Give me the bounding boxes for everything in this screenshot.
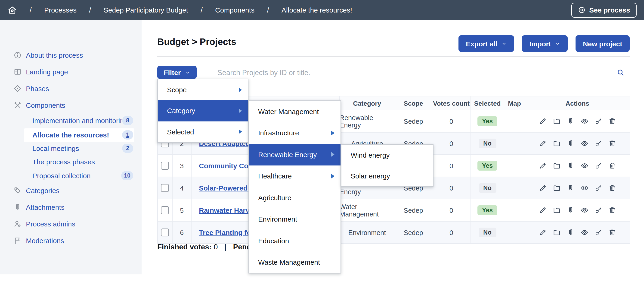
attachment-icon[interactable] [566, 206, 574, 214]
sidebar-item-label[interactable]: Categories [26, 187, 60, 194]
delete-icon[interactable] [608, 117, 616, 125]
row-checkbox[interactable] [161, 162, 169, 170]
header-divider [157, 57, 630, 57]
project-title-link[interactable]: Tree Planting fo [199, 228, 251, 236]
category-menu-item-healthcare[interactable]: Healthcare [249, 165, 340, 187]
sidebar-item-components[interactable]: Components [0, 99, 142, 112]
category-menu-item-agriculture[interactable]: Agriculture [249, 187, 340, 208]
folder-icon[interactable] [553, 117, 560, 125]
delete-icon[interactable] [608, 228, 616, 236]
search-icon[interactable] [617, 69, 624, 76]
filter-menu-item-scope[interactable]: Scope [158, 79, 248, 100]
sidebar-item-label[interactable]: Local meetings [32, 145, 79, 152]
breadcrumb-components[interactable]: Components [215, 6, 254, 14]
sidebar-item-process-admins[interactable]: Process admins [0, 217, 142, 230]
attachment-icon[interactable] [566, 184, 574, 192]
preview-eye-icon[interactable] [580, 184, 588, 192]
sidebar-item-label[interactable]: The process phases [32, 158, 95, 166]
sidebar-item-process-phases[interactable]: The process phases [0, 155, 142, 168]
header-selected: Selected [471, 96, 504, 110]
category-menu-item-environment[interactable]: Environment [249, 208, 340, 230]
attachment-icon[interactable] [566, 228, 574, 236]
permissions-key-icon[interactable] [594, 139, 602, 148]
breadcrumb-process-name[interactable]: Sedep Participatory Budget [104, 6, 188, 14]
category-menu-item-water-management[interactable]: Water Management [249, 101, 340, 122]
project-title-link[interactable]: Solar-Powered S [199, 184, 254, 192]
sidebar-item-attachments[interactable]: Attachments [0, 201, 142, 214]
sidebar-item-label[interactable]: Allocate the resources! [32, 131, 109, 139]
menu-item-label: Wind energy [351, 151, 390, 159]
folder-icon[interactable] [553, 228, 560, 236]
sidebar-item-proposal-collection[interactable]: Proposal collection 10 [0, 169, 142, 182]
project-title-link[interactable]: Rainwater Harve [199, 206, 253, 214]
permissions-key-icon[interactable] [594, 228, 602, 236]
sidebar-item-label[interactable]: Implementation and monitoring [32, 116, 128, 124]
permissions-key-icon[interactable] [594, 117, 602, 125]
delete-icon[interactable] [608, 206, 616, 214]
filter-button[interactable]: Filter [157, 66, 196, 79]
sidebar-item-label[interactable]: Proposal collection [32, 172, 91, 180]
delete-icon[interactable] [608, 184, 616, 192]
sidebar-item-label[interactable]: Phases [26, 85, 49, 92]
sidebar-item-landing-page[interactable]: Landing page [0, 65, 142, 78]
preview-eye-icon[interactable] [580, 206, 588, 214]
new-project-button[interactable]: New project [576, 35, 630, 52]
preview-eye-icon[interactable] [580, 162, 588, 170]
category-menu-item-renewable-energy[interactable]: Renewable Energy [249, 144, 340, 165]
sidebar-item-moderations[interactable]: Moderations [0, 234, 142, 247]
sidebar-item-label[interactable]: Landing page [26, 68, 68, 76]
edit-icon[interactable] [539, 184, 546, 192]
search-input[interactable] [216, 66, 607, 80]
filter-menu-item-category[interactable]: Category [158, 100, 248, 121]
home-icon[interactable] [8, 5, 17, 15]
category-menu-item-infrastructure[interactable]: Infrastructure [249, 122, 340, 144]
row-checkbox[interactable] [161, 228, 169, 236]
preview-eye-icon[interactable] [580, 139, 588, 148]
folder-icon[interactable] [553, 162, 560, 170]
breadcrumb-processes[interactable]: Processes [44, 6, 76, 14]
category-menu-item-waste-management[interactable]: Waste Management [249, 251, 340, 273]
delete-icon[interactable] [608, 139, 616, 148]
sidebar-item-label[interactable]: Moderations [26, 237, 64, 244]
permissions-key-icon[interactable] [594, 184, 602, 192]
edit-icon[interactable] [539, 228, 546, 236]
sidebar-item-label[interactable]: Components [26, 101, 65, 109]
row-checkbox[interactable] [161, 184, 169, 192]
sidebar-item-allocate-resources[interactable]: Allocate the resources! 1 [0, 128, 142, 141]
folder-icon[interactable] [553, 206, 560, 214]
subcategory-menu-item-wind-energy[interactable]: Wind energy [342, 145, 433, 166]
subcategory-menu-item-solar-energy[interactable]: Solar energy [342, 166, 433, 186]
edit-icon[interactable] [539, 139, 546, 148]
sidebar-item-implementation-monitoring[interactable]: Implementation and monitoring 8 [0, 114, 142, 127]
project-title-link[interactable]: Community Con [199, 162, 252, 170]
attachment-icon[interactable] [566, 162, 574, 170]
import-button[interactable]: Import [522, 35, 568, 52]
row-actions [525, 177, 630, 199]
attachment-icon[interactable] [566, 139, 574, 148]
edit-icon[interactable] [539, 162, 546, 170]
folder-icon[interactable] [553, 184, 560, 192]
sidebar-item-label[interactable]: Attachments [26, 203, 64, 211]
delete-icon[interactable] [608, 162, 616, 170]
see-process-button[interactable]: See process [571, 3, 636, 17]
sidebar-item-label[interactable]: About this process [26, 51, 83, 59]
row-checkbox[interactable] [161, 206, 169, 214]
sidebar-item-local-meetings[interactable]: Local meetings 2 [0, 142, 142, 155]
category-menu-item-education[interactable]: Education [249, 230, 340, 251]
preview-eye-icon[interactable] [580, 228, 588, 236]
sidebar-item-about[interactable]: About this process [0, 49, 142, 62]
filter-label: Filter [164, 68, 181, 76]
edit-icon[interactable] [539, 206, 546, 214]
folder-icon[interactable] [553, 139, 560, 148]
permissions-key-icon[interactable] [594, 162, 602, 170]
permissions-key-icon[interactable] [594, 206, 602, 214]
sidebar-item-label[interactable]: Process admins [26, 220, 75, 228]
attachment-icon[interactable] [566, 117, 574, 125]
edit-icon[interactable] [539, 117, 546, 125]
export-all-button[interactable]: Export all [458, 35, 514, 52]
breadcrumb-current-component[interactable]: Allocate the resources! [282, 6, 352, 14]
sidebar-item-categories[interactable]: Categories [0, 184, 142, 197]
preview-eye-icon[interactable] [580, 117, 588, 125]
filter-menu-item-selected[interactable]: Selected [158, 121, 248, 142]
sidebar-item-phases[interactable]: Phases [0, 82, 142, 95]
